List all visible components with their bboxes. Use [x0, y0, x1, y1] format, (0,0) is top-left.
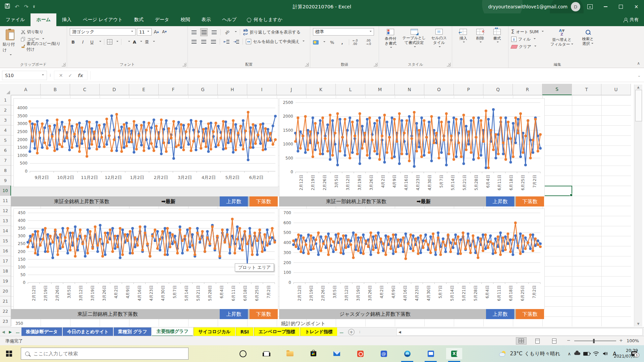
- browser-app-icon[interactable]: [352, 348, 368, 359]
- align-right-icon[interactable]: [210, 38, 217, 45]
- sheet-nav-more-icon[interactable]: …: [14, 327, 21, 336]
- tell-me-box[interactable]: 何をしますか: [242, 13, 287, 26]
- collapse-ribbon-icon[interactable]: ∧: [637, 61, 640, 66]
- chart-3[interactable]: 0501001502002503003504004502月12日2月19日2月2…: [13, 208, 278, 310]
- expand-formula-bar-icon[interactable]: ⌄: [638, 73, 641, 78]
- column-header-L[interactable]: L: [336, 84, 365, 95]
- row-header-14[interactable]: 14: [0, 226, 11, 236]
- onedrive-icon[interactable]: [574, 345, 580, 362]
- zoom-slider-thumb[interactable]: [593, 339, 595, 343]
- decrease-decimal-icon[interactable]: .00 →.0: [366, 39, 376, 46]
- column-header-U[interactable]: U: [601, 84, 631, 95]
- column-header-R[interactable]: R: [513, 84, 542, 95]
- row-header-20[interactable]: 20: [0, 286, 11, 296]
- percent-style-icon[interactable]: %: [329, 39, 335, 46]
- store-icon[interactable]: [305, 348, 321, 359]
- italic-button[interactable]: I: [79, 38, 86, 46]
- font-name-select[interactable]: 游ゴシック: [70, 28, 136, 36]
- insert-function-icon[interactable]: fx: [77, 73, 83, 78]
- row-header-2[interactable]: 2: [0, 105, 11, 115]
- font-dialog-launcher-icon[interactable]: [182, 63, 186, 66]
- decrease-indent-icon[interactable]: ⇤: [223, 38, 230, 45]
- row-header-15[interactable]: 15: [0, 236, 11, 246]
- sheet-tab-主要指標グラフ[interactable]: 主要指標グラフ: [152, 327, 193, 336]
- formula-input[interactable]: [90, 71, 634, 80]
- row-header-13[interactable]: 13: [0, 216, 11, 226]
- normal-view-icon[interactable]: [516, 337, 527, 345]
- selected-cell-S10[interactable]: [542, 186, 572, 196]
- orientation-icon[interactable]: ab: [222, 27, 232, 37]
- find-select-button[interactable]: 検索と選択: [580, 28, 596, 50]
- column-header-N[interactable]: N: [395, 84, 424, 95]
- row-header-22[interactable]: 22: [0, 306, 11, 316]
- scroll-up-icon[interactable]: ▲: [634, 85, 642, 89]
- vertical-scrollbar[interactable]: ▲ ▼: [634, 84, 642, 326]
- autosum-button[interactable]: Σ オート SUM: [511, 28, 544, 36]
- wifi-icon[interactable]: [593, 345, 599, 362]
- alignment-dialog-launcher-icon[interactable]: [305, 63, 309, 66]
- share-button[interactable]: 共有: [624, 13, 639, 26]
- borders-icon[interactable]: [107, 39, 112, 45]
- column-header-K[interactable]: K: [306, 84, 336, 95]
- column-header-G[interactable]: G: [188, 84, 218, 95]
- column-header-T[interactable]: T: [572, 84, 601, 95]
- chart-2[interactable]: 050010001500200025002月12日2月19日2月26日3月5日3…: [279, 98, 545, 197]
- row-header-6[interactable]: 6: [0, 145, 11, 156]
- decrease-font-icon[interactable]: A▼: [161, 28, 168, 36]
- row-header-16[interactable]: 16: [0, 246, 11, 256]
- ribbon-tab-ヘルプ[interactable]: ヘルプ: [216, 13, 242, 26]
- tab-splitter[interactable]: ⁞: [357, 327, 363, 336]
- row-header-9[interactable]: 9: [0, 176, 11, 186]
- cell-styles-button[interactable]: セルのスタイル: [429, 28, 449, 61]
- new-sheet-button[interactable]: +: [348, 329, 355, 335]
- worksheet[interactable]: ABCDEFGHIJKLMNOPQRSTU 123456789101112131…: [0, 84, 644, 327]
- action-center-icon[interactable]: 1: [631, 345, 644, 362]
- weather-text[interactable]: 23°Cくもり時々晴れ: [510, 345, 560, 362]
- font-size-select[interactable]: 11: [137, 28, 152, 36]
- zoom-slider-track[interactable]: [574, 341, 616, 341]
- column-header-E[interactable]: E: [129, 84, 159, 95]
- column-header-M[interactable]: M: [365, 84, 395, 95]
- ribbon-tab-挿入[interactable]: 挿入: [56, 13, 77, 26]
- row-header-7[interactable]: 7: [0, 156, 11, 166]
- number-dialog-launcher-icon[interactable]: [374, 63, 377, 66]
- hscroll-left-icon[interactable]: ◀: [397, 330, 401, 334]
- column-header-S[interactable]: S: [542, 84, 572, 95]
- speaker-icon[interactable]: [602, 345, 608, 362]
- column-header-O[interactable]: O: [424, 84, 454, 95]
- sheet-tab-今日のまとめサイト[interactable]: 今日のまとめサイト: [63, 327, 113, 336]
- horizontal-scrollbar[interactable]: ◀: [396, 328, 643, 336]
- row-header-17[interactable]: 17: [0, 256, 11, 266]
- delete-cells-button[interactable]: ✕ 削除: [474, 28, 486, 61]
- ribbon-tab-ページ レイアウト[interactable]: ページ レイアウト: [77, 13, 128, 26]
- row-header-23[interactable]: 23: [0, 316, 11, 326]
- caption-bar-3[interactable]: 東証二部銘柄上昇数下落数上昇数下落数: [11, 309, 278, 319]
- cortana-icon[interactable]: [235, 348, 251, 359]
- sheet-nav-left-icon[interactable]: ◀: [0, 327, 7, 336]
- sheet-tab-トレンド指標[interactable]: トレンド指標: [300, 327, 337, 336]
- clear-button[interactable]: クリア: [511, 43, 544, 50]
- row-header-1[interactable]: 1: [0, 95, 11, 105]
- start-button[interactable]: [6, 351, 12, 357]
- format-cells-button[interactable]: ↔ 書式: [491, 28, 503, 61]
- comma-style-icon[interactable]: ,: [339, 39, 345, 46]
- phonetic-icon[interactable]: 亜: [145, 39, 149, 45]
- column-header-C[interactable]: C: [70, 84, 100, 95]
- number-format-select[interactable]: 標準: [313, 28, 374, 36]
- column-header-Q[interactable]: Q: [483, 84, 513, 95]
- bold-button[interactable]: B: [70, 38, 76, 46]
- cut-button[interactable]: 切り取り: [21, 28, 64, 36]
- select-all-corner[interactable]: [0, 84, 11, 96]
- restore-button[interactable]: [613, 0, 629, 13]
- enter-icon[interactable]: ✓: [68, 73, 72, 78]
- search-input[interactable]: [33, 351, 175, 357]
- align-left-icon[interactable]: [191, 38, 197, 45]
- chart-4[interactable]: 01002003004005006007002月12日2月19日2月26日3月5…: [279, 208, 545, 310]
- edge-icon[interactable]: [399, 348, 415, 359]
- row-header-12[interactable]: 12: [0, 206, 11, 216]
- caption-bar-4[interactable]: ジャスダック銘柄上昇数下落数上昇数下落数: [279, 309, 544, 319]
- scroll-down-icon[interactable]: ▼: [634, 322, 642, 325]
- increase-font-icon[interactable]: A▲: [153, 28, 160, 36]
- styles-dialog-launcher-icon[interactable]: [447, 63, 450, 66]
- ribbon-tab-ファイル[interactable]: ファイル: [0, 13, 31, 26]
